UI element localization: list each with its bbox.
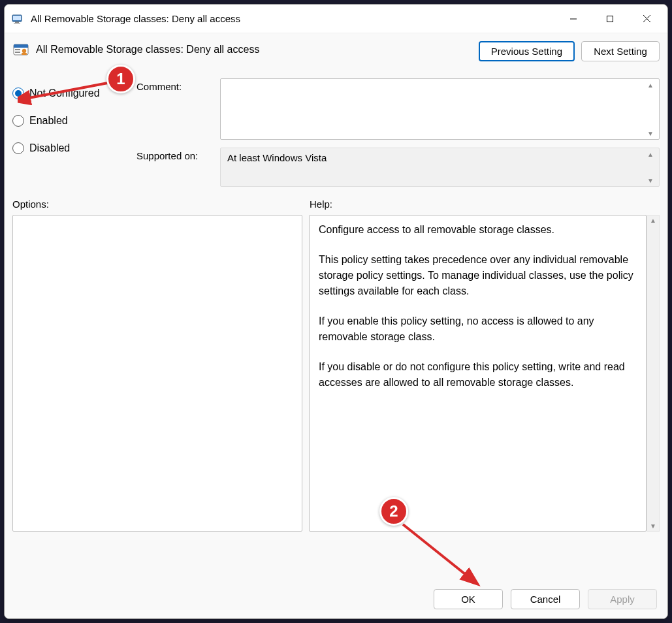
- titlebar: All Removable Storage classes: Deny all …: [5, 5, 667, 33]
- header-row: All Removable Storage classes: Deny all …: [12, 40, 660, 61]
- maximize-button[interactable]: [592, 6, 628, 32]
- annotation-badge-2: 2: [379, 497, 408, 526]
- help-text: Configure access to all removable storag…: [319, 222, 637, 238]
- dialog-content: All Removable Storage classes: Deny all …: [5, 33, 667, 618]
- comment-textarea[interactable]: ▲ ▼: [220, 78, 660, 140]
- help-scrollbar[interactable]: ▲ ▼: [647, 215, 660, 532]
- help-label: Help:: [310, 199, 660, 210]
- options-pane: [12, 215, 302, 532]
- svg-rect-5: [607, 16, 613, 22]
- cancel-button[interactable]: Cancel: [511, 589, 580, 609]
- options-label: Options:: [12, 199, 310, 210]
- annotation-badge-1: 1: [106, 65, 135, 93]
- help-pane: Configure access to all removable storag…: [309, 215, 647, 532]
- scroll-up-icon[interactable]: ▲: [645, 80, 656, 89]
- config-area: Not Configured Enabled Disabled Comment:: [12, 78, 660, 187]
- state-radio-group: Not Configured Enabled Disabled: [12, 78, 136, 187]
- next-setting-button[interactable]: Next Setting: [581, 41, 660, 61]
- close-button[interactable]: [628, 6, 665, 32]
- previous-setting-button[interactable]: Previous Setting: [479, 41, 575, 61]
- ok-button[interactable]: OK: [434, 589, 503, 609]
- radio-label: Not Configured: [29, 88, 100, 99]
- svg-rect-1: [13, 16, 21, 20]
- svg-rect-2: [15, 22, 19, 23]
- scroll-down-icon[interactable]: ▼: [645, 129, 656, 138]
- svg-point-12: [22, 49, 26, 53]
- scroll-down-icon[interactable]: ▼: [645, 176, 656, 185]
- scroll-up-icon[interactable]: ▲: [645, 150, 656, 159]
- help-text: If you disable or do not configure this …: [319, 359, 637, 391]
- apply-button[interactable]: Apply: [588, 589, 657, 609]
- svg-rect-11: [15, 52, 20, 53]
- radio-icon: [12, 142, 24, 154]
- policy-title: All Removable Storage classes: Deny all …: [36, 44, 259, 56]
- scroll-down-icon[interactable]: ▼: [650, 522, 656, 530]
- minimize-button[interactable]: [555, 6, 592, 32]
- svg-rect-13: [22, 53, 27, 55]
- supported-value: At least Windows Vista: [227, 152, 327, 163]
- policy-icon: [12, 41, 29, 58]
- help-text: If you enable this policy setting, no ac…: [319, 313, 637, 345]
- supported-on-box: At least Windows Vista ▲ ▼: [220, 148, 660, 187]
- radio-disabled[interactable]: Disabled: [12, 135, 136, 162]
- gpedit-icon: [11, 12, 24, 25]
- comment-label: Comment:: [136, 78, 215, 92]
- svg-rect-10: [15, 49, 20, 50]
- window-title: All Removable Storage classes: Deny all …: [31, 13, 555, 24]
- svg-rect-3: [14, 23, 20, 24]
- radio-enabled[interactable]: Enabled: [12, 107, 136, 135]
- radio-icon: [12, 115, 24, 127]
- scroll-up-icon[interactable]: ▲: [650, 217, 656, 224]
- dialog-footer: OK Cancel Apply: [12, 577, 660, 613]
- radio-icon: [12, 88, 24, 99]
- dialog-window: All Removable Storage classes: Deny all …: [4, 4, 668, 619]
- radio-label: Enabled: [29, 115, 68, 127]
- svg-rect-9: [14, 44, 28, 48]
- help-text: This policy setting takes precedence ove…: [319, 252, 637, 299]
- supported-label: Supported on:: [136, 148, 215, 161]
- radio-label: Disabled: [29, 142, 70, 154]
